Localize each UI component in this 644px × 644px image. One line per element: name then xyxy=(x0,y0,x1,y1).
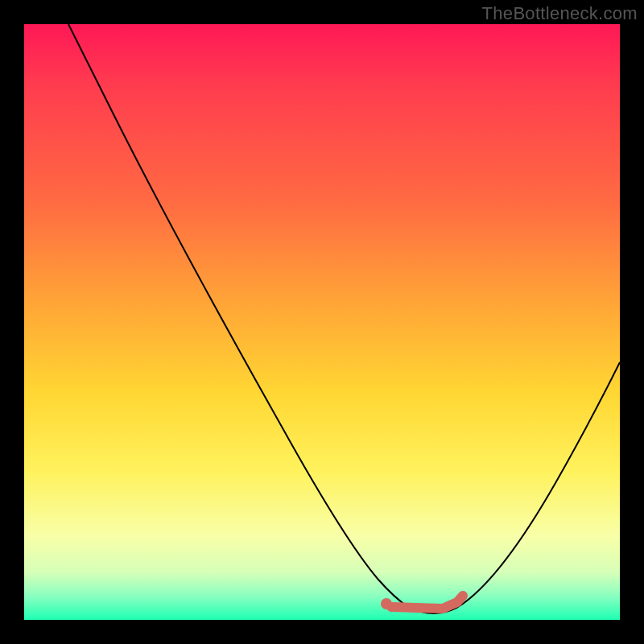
chart-svg xyxy=(24,24,620,620)
watermark-text: TheBottleneck.com xyxy=(482,3,638,24)
plot-area xyxy=(24,24,620,620)
bottleneck-curve xyxy=(68,24,620,613)
bottleneck-chart: TheBottleneck.com xyxy=(0,0,644,644)
